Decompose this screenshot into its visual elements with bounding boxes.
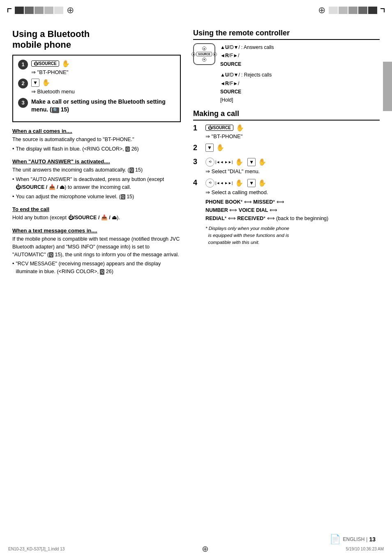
making-call-section: Making a call 1 ⏻/SOURCE ✋ ⇒ "BT-PHONE" bbox=[193, 109, 380, 246]
source-button-icon: ⏻/SOURCE bbox=[31, 60, 59, 67]
remote-line2: ◄R/F►/ bbox=[220, 51, 274, 60]
mc-step-num-3: 3 bbox=[193, 158, 201, 166]
mc-down-arrow: ▼ bbox=[205, 144, 214, 152]
jog-wheel-4: ⟲ |◄◄ ►►| bbox=[205, 179, 233, 188]
mc-step1-sub: ⇒ "BT-PHONE" bbox=[205, 133, 380, 139]
crosshair-bottom: ⊕ bbox=[202, 544, 209, 554]
mc-hand-3: ✋ bbox=[235, 158, 243, 166]
mc-hand-3b: ✋ bbox=[258, 158, 266, 166]
mc-down-3: ▼ bbox=[247, 158, 256, 166]
mc-step-4: 4 ⟲ |◄◄ ►►| ✋ bbox=[193, 179, 380, 246]
text-message-section: When a text message comes in.... If the … bbox=[12, 227, 181, 276]
when-call-comes-bullet: • The display will flash in blue. (<RING… bbox=[12, 145, 181, 153]
mc-hand-2: ✋ bbox=[216, 144, 224, 151]
mc-step-num-1: 1 bbox=[193, 124, 201, 132]
down-arrow-icon: ▼ bbox=[31, 79, 39, 87]
step-num-1: 1 bbox=[18, 60, 28, 70]
mc-step-3: 3 ⟲ |◄◄ ►►| bbox=[193, 158, 380, 174]
mc-hand-4: ✋ bbox=[235, 179, 243, 187]
corner-mark-tr bbox=[380, 8, 385, 12]
mc-step4-detail: PHONE BOOK* ⟺ MISSED* ⟺ NUMBER ⟺ VOICE D… bbox=[205, 198, 380, 223]
date-info: 5/19/10 10:36:23 AM bbox=[346, 547, 384, 551]
step3-text: Make a call or setting using the Bluetoo… bbox=[31, 98, 175, 114]
mc-step-num-4: 4 bbox=[193, 179, 201, 187]
remote-line7: [Hold] bbox=[220, 96, 274, 104]
mc-hand-1: ✋ bbox=[236, 124, 244, 132]
step2-icon-row: ▼ ✋ bbox=[31, 79, 175, 87]
text-message-title: When a text message comes in.... bbox=[12, 227, 181, 234]
bottom-bar: EN10-23_KD-S37[J]_1.indd 13 ⊕ 5/19/10 10… bbox=[0, 541, 392, 557]
step2-sub: ⇒ Bluetooth menu bbox=[31, 88, 175, 95]
when-call-comes-section: When a call comes in.... The source is a… bbox=[12, 128, 181, 153]
main-title: Using a Bluetooth mobile phone bbox=[12, 29, 181, 51]
step-3: 3 Make a call or setting using the Bluet… bbox=[18, 98, 175, 114]
mc-step3-sub: ⇒ Select "DIAL" menu. bbox=[205, 168, 380, 174]
step-num-2: 2 bbox=[18, 79, 28, 88]
remote-title: Using the remote controller bbox=[193, 29, 380, 40]
print-marks-top: ⊕ ⊕ bbox=[7, 6, 385, 15]
step1-icon-row: ⏻/SOURCE ✋ bbox=[31, 60, 175, 67]
crosshair-right: ⊕ bbox=[318, 6, 325, 15]
mc-down-4: ▼ bbox=[247, 179, 256, 187]
crosshair-left: ⊕ bbox=[67, 6, 74, 15]
corner-mark-tl bbox=[7, 8, 12, 12]
mc-hand-4b: ✋ bbox=[258, 179, 266, 187]
remote-line4: ▲U/D▼/ : Rejects calls bbox=[220, 71, 274, 79]
gray-scale-left bbox=[15, 7, 63, 14]
auto-answer-title: When "AUTO ANSWER" is activated.... bbox=[12, 158, 181, 165]
when-call-comes-title: When a call comes in.... bbox=[12, 128, 181, 134]
jog-wheel-3: ⟲ |◄◄ ►►| bbox=[205, 158, 233, 167]
main-content: Using a Bluetooth mobile phone 1 ⏻/SOURC… bbox=[12, 29, 380, 531]
end-call-title: To end the call bbox=[12, 206, 181, 212]
mc-step-num-2: 2 bbox=[193, 144, 201, 152]
remote-instructions: ▲U/D▼/ : Answers calls ◄R/F►/ SOURCE ▲U/… bbox=[220, 43, 274, 104]
right-sidebar-band bbox=[383, 62, 392, 111]
gray-scale-right bbox=[329, 7, 377, 14]
when-call-comes-body: The source is automatically changed to "… bbox=[12, 136, 181, 144]
remote-line3: SOURCE bbox=[220, 60, 274, 68]
making-call-title: Making a call bbox=[193, 109, 380, 121]
making-call-steps: 1 ⏻/SOURCE ✋ ⇒ "BT-PHONE" 2 bbox=[193, 124, 380, 246]
auto-answer-body: The unit answers the incoming calls auto… bbox=[12, 166, 181, 174]
hand-icon-2: ✋ bbox=[42, 79, 50, 86]
end-call-section: To end the call Hold any button (except … bbox=[12, 206, 181, 222]
step1-sub: ⇒ "BT-PHONE" bbox=[31, 69, 175, 75]
remote-line1: ▲U/D▼/ : Answers calls bbox=[220, 43, 274, 51]
file-info: EN10-23_KD-S37[J]_1.indd 13 bbox=[8, 547, 65, 551]
step-num-3: 3 bbox=[18, 98, 28, 108]
remote-line5: ◄R/F►/ bbox=[220, 79, 274, 88]
mc-step-1: 1 ⏻/SOURCE ✋ ⇒ "BT-PHONE" bbox=[193, 124, 380, 139]
text-message-bullet: • "RCV MESSAGE" (receiving message) appe… bbox=[12, 260, 181, 276]
mc-step-2: 2 ▼ ✋ bbox=[193, 144, 380, 153]
hand-icon-1: ✋ bbox=[62, 60, 70, 67]
remote-control-icon: ▲ ◄ SOURCE ► ▼ bbox=[193, 43, 215, 104]
left-column: Using a Bluetooth mobile phone 1 ⏻/SOURC… bbox=[12, 29, 181, 281]
right-column: Using the remote controller ▲ ◄ SOURCE ► bbox=[193, 29, 380, 281]
bullet1-text: The display will flash in blue. (<RING C… bbox=[16, 145, 138, 153]
auto-answer-bullet1: • When "AUTO ANSWER" is deactivated, pre… bbox=[12, 176, 181, 191]
mc-step4-note: * Displays only when your mobile phone i… bbox=[205, 225, 380, 246]
end-call-body: Hold any button (except ⏻/SOURCE / 📥 / ⏏… bbox=[12, 214, 181, 222]
steps-box: 1 ⏻/SOURCE ✋ ⇒ "BT-PHONE" 2 ▼ bbox=[12, 55, 181, 122]
mc-step4-sub: ⇒ Select a calling method. bbox=[205, 189, 380, 195]
text-message-body: If the mobile phone is compatible with t… bbox=[12, 235, 181, 258]
step-2: 2 ▼ ✋ ⇒ Bluetooth menu bbox=[18, 79, 175, 95]
remote-section: Using the remote controller ▲ ◄ SOURCE ► bbox=[193, 29, 380, 104]
mc-source-btn: ⏻/SOURCE bbox=[205, 125, 233, 131]
auto-answer-bullet2: • You can adjust the microphone volume l… bbox=[12, 193, 181, 201]
auto-answer-section: When "AUTO ANSWER" is activated.... The … bbox=[12, 158, 181, 200]
step-1: 1 ⏻/SOURCE ✋ ⇒ "BT-PHONE" bbox=[18, 60, 175, 75]
remote-content: ▲ ◄ SOURCE ► ▼ bbox=[193, 43, 380, 104]
remote-line6: SOURCE bbox=[220, 88, 274, 96]
